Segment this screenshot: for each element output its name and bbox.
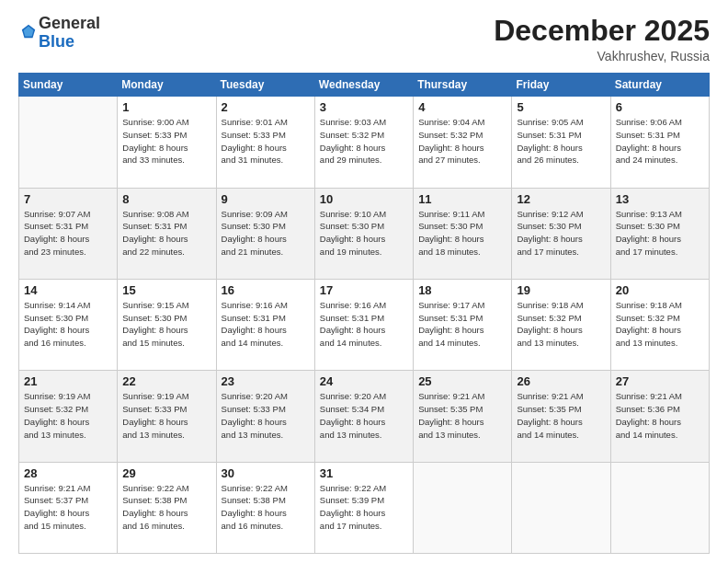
calendar-cell: 3Sunrise: 9:03 AM Sunset: 5:32 PM Daylig…	[314, 97, 413, 188]
calendar-cell	[512, 462, 610, 553]
calendar-cell: 5Sunrise: 9:05 AM Sunset: 5:31 PM Daylig…	[512, 97, 610, 188]
calendar-cell: 21Sunrise: 9:19 AM Sunset: 5:32 PM Dayli…	[19, 371, 118, 462]
day-number: 7	[24, 192, 112, 206]
day-info: Sunrise: 9:21 AM Sunset: 5:35 PM Dayligh…	[418, 390, 506, 441]
day-info: Sunrise: 9:22 AM Sunset: 5:38 PM Dayligh…	[122, 482, 210, 533]
day-info: Sunrise: 9:22 AM Sunset: 5:39 PM Dayligh…	[320, 482, 408, 533]
day-info: Sunrise: 9:09 AM Sunset: 5:30 PM Dayligh…	[222, 208, 310, 259]
day-info: Sunrise: 9:18 AM Sunset: 5:32 PM Dayligh…	[616, 299, 704, 350]
calendar-cell: 22Sunrise: 9:19 AM Sunset: 5:33 PM Dayli…	[118, 371, 216, 462]
calendar-cell: 9Sunrise: 9:09 AM Sunset: 5:30 PM Daylig…	[216, 188, 314, 279]
day-info: Sunrise: 9:18 AM Sunset: 5:32 PM Dayligh…	[517, 299, 605, 350]
logo-icon	[20, 23, 37, 40]
day-info: Sunrise: 9:08 AM Sunset: 5:31 PM Dayligh…	[122, 208, 210, 259]
day-info: Sunrise: 9:07 AM Sunset: 5:31 PM Dayligh…	[24, 208, 112, 259]
weekday-header-wednesday: Wednesday	[314, 74, 413, 97]
calendar-cell: 2Sunrise: 9:01 AM Sunset: 5:33 PM Daylig…	[216, 97, 314, 188]
calendar-cell: 10Sunrise: 9:10 AM Sunset: 5:30 PM Dayli…	[314, 188, 413, 279]
calendar-cell: 8Sunrise: 9:08 AM Sunset: 5:31 PM Daylig…	[118, 188, 216, 279]
calendar-cell	[610, 462, 709, 553]
day-number: 16	[222, 283, 310, 297]
calendar-cell: 25Sunrise: 9:21 AM Sunset: 5:35 PM Dayli…	[414, 371, 512, 462]
day-number: 1	[122, 100, 210, 114]
day-info: Sunrise: 9:01 AM Sunset: 5:33 PM Dayligh…	[222, 116, 310, 167]
calendar-cell: 18Sunrise: 9:17 AM Sunset: 5:31 PM Dayli…	[414, 279, 512, 370]
day-number: 20	[616, 283, 704, 297]
calendar-cell: 6Sunrise: 9:06 AM Sunset: 5:31 PM Daylig…	[610, 97, 709, 188]
day-info: Sunrise: 9:21 AM Sunset: 5:36 PM Dayligh…	[616, 390, 704, 441]
calendar-cell: 11Sunrise: 9:11 AM Sunset: 5:30 PM Dayli…	[414, 188, 512, 279]
calendar-cell: 4Sunrise: 9:04 AM Sunset: 5:32 PM Daylig…	[414, 97, 512, 188]
weekday-header-tuesday: Tuesday	[216, 74, 314, 97]
day-number: 8	[122, 192, 210, 206]
calendar-week-row: 7Sunrise: 9:07 AM Sunset: 5:31 PM Daylig…	[19, 188, 710, 279]
day-info: Sunrise: 9:13 AM Sunset: 5:30 PM Dayligh…	[616, 208, 704, 259]
day-info: Sunrise: 9:19 AM Sunset: 5:32 PM Dayligh…	[24, 390, 112, 441]
calendar-cell	[414, 462, 512, 553]
weekday-header-saturday: Saturday	[610, 74, 709, 97]
weekday-header-friday: Friday	[512, 74, 610, 97]
logo: General Blue	[18, 15, 100, 52]
calendar-cell: 27Sunrise: 9:21 AM Sunset: 5:36 PM Dayli…	[610, 371, 709, 462]
day-number: 24	[320, 374, 408, 388]
day-number: 12	[517, 192, 605, 206]
day-info: Sunrise: 9:16 AM Sunset: 5:31 PM Dayligh…	[222, 299, 310, 350]
calendar-cell: 19Sunrise: 9:18 AM Sunset: 5:32 PM Dayli…	[512, 279, 610, 370]
day-info: Sunrise: 9:05 AM Sunset: 5:31 PM Dayligh…	[517, 116, 605, 167]
calendar-cell: 13Sunrise: 9:13 AM Sunset: 5:30 PM Dayli…	[610, 188, 709, 279]
day-number: 9	[222, 192, 310, 206]
day-info: Sunrise: 9:17 AM Sunset: 5:31 PM Dayligh…	[418, 299, 506, 350]
day-number: 14	[24, 283, 112, 297]
day-info: Sunrise: 9:20 AM Sunset: 5:33 PM Dayligh…	[222, 390, 310, 441]
calendar-cell: 26Sunrise: 9:21 AM Sunset: 5:35 PM Dayli…	[512, 371, 610, 462]
day-number: 19	[517, 283, 605, 297]
day-number: 10	[320, 192, 408, 206]
calendar-cell: 24Sunrise: 9:20 AM Sunset: 5:34 PM Dayli…	[314, 371, 413, 462]
title-area: December 2025 Vakhrushev, Russia	[494, 15, 710, 63]
day-number: 27	[616, 374, 704, 388]
calendar-cell: 1Sunrise: 9:00 AM Sunset: 5:33 PM Daylig…	[118, 97, 216, 188]
day-number: 22	[122, 374, 210, 388]
logo-general-text: General	[39, 14, 100, 32]
calendar-table: SundayMondayTuesdayWednesdayThursdayFrid…	[18, 73, 710, 554]
calendar-week-row: 21Sunrise: 9:19 AM Sunset: 5:32 PM Dayli…	[19, 371, 710, 462]
day-info: Sunrise: 9:16 AM Sunset: 5:31 PM Dayligh…	[320, 299, 408, 350]
day-info: Sunrise: 9:20 AM Sunset: 5:34 PM Dayligh…	[320, 390, 408, 441]
day-info: Sunrise: 9:03 AM Sunset: 5:32 PM Dayligh…	[320, 116, 408, 167]
weekday-header-sunday: Sunday	[19, 74, 118, 97]
day-number: 31	[320, 466, 408, 480]
day-number: 4	[418, 100, 506, 114]
day-number: 13	[616, 192, 704, 206]
calendar-cell: 30Sunrise: 9:22 AM Sunset: 5:38 PM Dayli…	[216, 462, 314, 553]
day-info: Sunrise: 9:21 AM Sunset: 5:37 PM Dayligh…	[24, 482, 112, 533]
location: Vakhrushev, Russia	[494, 49, 710, 63]
day-info: Sunrise: 9:00 AM Sunset: 5:33 PM Dayligh…	[122, 116, 210, 167]
calendar-cell: 7Sunrise: 9:07 AM Sunset: 5:31 PM Daylig…	[19, 188, 118, 279]
weekday-header-row: SundayMondayTuesdayWednesdayThursdayFrid…	[19, 74, 710, 97]
day-number: 6	[616, 100, 704, 114]
calendar-cell: 28Sunrise: 9:21 AM Sunset: 5:37 PM Dayli…	[19, 462, 118, 553]
weekday-header-thursday: Thursday	[414, 74, 512, 97]
page: General Blue December 2025 Vakhrushev, R…	[0, 0, 728, 563]
day-number: 28	[24, 466, 112, 480]
calendar-cell: 16Sunrise: 9:16 AM Sunset: 5:31 PM Dayli…	[216, 279, 314, 370]
day-number: 25	[418, 374, 506, 388]
day-number: 21	[24, 374, 112, 388]
calendar-cell: 23Sunrise: 9:20 AM Sunset: 5:33 PM Dayli…	[216, 371, 314, 462]
day-number: 29	[122, 466, 210, 480]
calendar-week-row: 28Sunrise: 9:21 AM Sunset: 5:37 PM Dayli…	[19, 462, 710, 553]
day-info: Sunrise: 9:06 AM Sunset: 5:31 PM Dayligh…	[616, 116, 704, 167]
day-number: 30	[222, 466, 310, 480]
logo-blue-text: Blue	[39, 32, 74, 51]
day-number: 11	[418, 192, 506, 206]
calendar-week-row: 1Sunrise: 9:00 AM Sunset: 5:33 PM Daylig…	[19, 97, 710, 188]
day-number: 15	[122, 283, 210, 297]
day-info: Sunrise: 9:19 AM Sunset: 5:33 PM Dayligh…	[122, 390, 210, 441]
day-info: Sunrise: 9:12 AM Sunset: 5:30 PM Dayligh…	[517, 208, 605, 259]
day-info: Sunrise: 9:04 AM Sunset: 5:32 PM Dayligh…	[418, 116, 506, 167]
day-number: 18	[418, 283, 506, 297]
day-info: Sunrise: 9:10 AM Sunset: 5:30 PM Dayligh…	[320, 208, 408, 259]
day-number: 5	[517, 100, 605, 114]
calendar-cell: 20Sunrise: 9:18 AM Sunset: 5:32 PM Dayli…	[610, 279, 709, 370]
day-number: 26	[517, 374, 605, 388]
